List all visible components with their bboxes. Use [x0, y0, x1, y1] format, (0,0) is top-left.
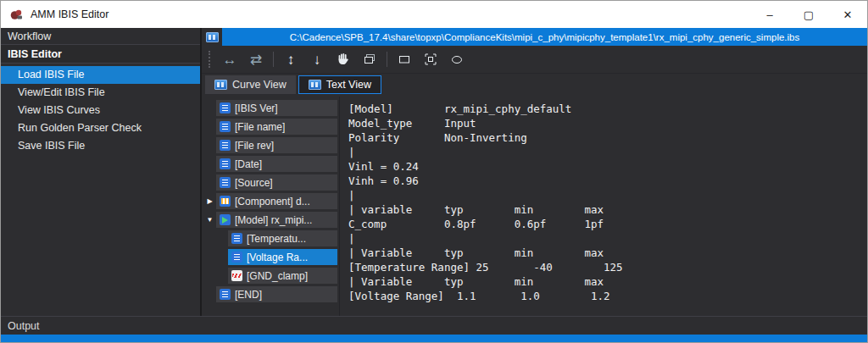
zoom-fit-icon[interactable] — [421, 50, 440, 69]
text-line: Vinh = 0.96 — [348, 174, 867, 188]
tree-item-chip[interactable]: [Voltage Ra... — [228, 249, 337, 265]
view-content: [IBIS Ver] [File name] — [202, 97, 867, 316]
tree-item-chip[interactable]: [File rev] — [216, 137, 337, 153]
sidebar-item-view-ibis-curves[interactable]: View IBIS Curves — [1, 102, 200, 119]
text-line: [Temperature Range] 25 -40 125 — [348, 260, 867, 274]
tree-item-label: [GND_clamp] — [247, 270, 308, 282]
tree-item-chip[interactable]: [File name] — [216, 119, 337, 135]
main-area: Workflow IBIS Editor Load IBIS FileView/… — [1, 28, 867, 316]
pan-vertical-icon[interactable]: ↕ — [281, 50, 300, 69]
toolbar-separator — [273, 52, 274, 67]
tree-item-model[interactable]: ▼ [Model] rx_mipi... — [203, 211, 337, 229]
text-line: | variable typ min max — [348, 202, 867, 217]
output-label: Output — [8, 320, 40, 332]
sidebar-items: Load IBIS FileView/Edit IBIS FileView IB… — [1, 64, 200, 155]
tree-item-voltage-range[interactable]: [Voltage Ra... — [203, 248, 337, 266]
text-line: | Variable typ min max — [348, 274, 867, 289]
cascade-windows-icon[interactable] — [360, 50, 379, 69]
tree-item-icon — [220, 158, 231, 169]
tree-item-icon — [220, 177, 231, 188]
ellipse-select-icon[interactable] — [448, 50, 466, 69]
move-down-icon[interactable]: ↓ — [308, 50, 326, 69]
text-line: Polarity Non-Inverting — [348, 130, 867, 145]
tree-item-chip[interactable]: [Component] d... — [216, 193, 337, 209]
text-line: C_comp 0.8pf 0.6pf 1pf — [348, 217, 867, 231]
file-path-icon-holder — [202, 28, 222, 46]
app-icon — [9, 8, 24, 22]
tree-item-label: [IBIS Ver] — [235, 102, 278, 114]
tree-item-label: [END] — [235, 289, 262, 301]
file-path-bar: C:\Cadence\SPB_17.4\share\topxp\Complian… — [222, 28, 867, 46]
tree-item-label: [Date] — [235, 158, 262, 170]
tree-item-ibis-ver[interactable]: [IBIS Ver] — [203, 99, 337, 117]
text-line: [Model] rx_mipi_cphy_default — [348, 102, 867, 116]
tree-item-icon — [220, 196, 231, 207]
sidebar-item-save-ibis-file[interactable]: Save IBIS File — [1, 137, 200, 155]
ibis-editor-section-header[interactable]: IBIS Editor — [1, 45, 200, 64]
zoom-rectangle-icon[interactable] — [395, 50, 414, 69]
tree-item-file-rev[interactable]: [File rev] — [203, 136, 337, 154]
bottom-status-strip — [1, 335, 867, 342]
text-line: | — [348, 188, 867, 202]
tree-item-date[interactable]: [Date] — [203, 155, 337, 173]
tree-item-component[interactable]: ▶ [Component] d... — [203, 192, 337, 210]
text-line: [Voltage Range] 1.1 1.0 1.2 — [348, 289, 867, 303]
text-line: Model_type Input — [348, 116, 867, 130]
text-view-icon — [309, 80, 321, 90]
hand-pan-icon[interactable] — [334, 50, 353, 69]
tree-item-source[interactable]: [Source] — [203, 174, 337, 191]
tree-expand-arrow[interactable]: ▼ — [203, 216, 216, 224]
text-line: | Variable typ min max — [348, 246, 867, 260]
tree-item-icon — [231, 252, 242, 263]
tree-item-icon — [220, 214, 231, 225]
sidebar-item-run-golden-parser-check[interactable]: Run Golden Parser Check — [1, 119, 200, 137]
toolbar: ↔ ⇄ ↕ ↓ — [202, 46, 867, 74]
editor-panel: C:\Cadence\SPB_17.4\share\topxp\Complian… — [202, 28, 867, 316]
tree-item-label: [Temperatu... — [247, 233, 306, 245]
tree-item-icon — [231, 270, 242, 281]
tab-curve-view[interactable]: Curve View — [205, 75, 296, 94]
tree-item-label: [File rev] — [235, 140, 274, 152]
text-line: | — [348, 145, 867, 159]
file-path-row: C:\Cadence\SPB_17.4\share\topxp\Complian… — [202, 28, 867, 46]
window-controls: – ▢ ✕ — [750, 1, 867, 28]
tab-bar: Curve View Text View — [202, 74, 867, 97]
tree-item-chip[interactable]: [Source] — [216, 174, 337, 191]
tree-item-icon — [220, 140, 231, 151]
text-line: Vinl = 0.24 — [348, 159, 867, 174]
tree-item-icon — [220, 102, 231, 113]
maximize-button[interactable]: ▢ — [789, 1, 828, 28]
tree-item-chip[interactable]: [Temperatu... — [228, 230, 337, 246]
minimize-button[interactable]: – — [750, 1, 789, 28]
toolbar-separator — [387, 52, 387, 67]
tree-item-file-name[interactable]: [File name] — [203, 118, 337, 136]
toolbar-grip[interactable] — [209, 51, 211, 68]
sidebar-item-view-edit-ibis-file[interactable]: View/Edit IBIS File — [1, 84, 200, 102]
tree-item-label: [Model] rx_mipi... — [235, 214, 312, 226]
tree-item-icon — [220, 289, 231, 300]
document-window-icon — [206, 32, 219, 42]
tree-item-chip[interactable]: [IBIS Ver] — [216, 100, 337, 116]
window-title: AMM IBIS Editor — [31, 8, 108, 20]
tree-item-gnd-clamp[interactable]: [GND_clamp] — [203, 267, 337, 285]
pan-left-right-icon[interactable]: ↔ — [220, 50, 239, 69]
text-view-pane[interactable]: [Model] rx_mipi_cphy_defaultModel_type I… — [340, 97, 867, 316]
swap-horizontal-icon[interactable]: ⇄ — [247, 50, 265, 69]
output-panel-header[interactable]: Output — [1, 316, 867, 335]
tree-item-icon — [231, 233, 242, 244]
tree-item-chip[interactable]: [Date] — [216, 156, 337, 172]
app-window: AMM IBIS Editor – ▢ ✕ Workflow IBIS Edit… — [0, 0, 868, 343]
workflow-header[interactable]: Workflow — [1, 28, 200, 45]
tree-item-chip[interactable]: [GND_clamp] — [228, 268, 337, 284]
tree-item-chip[interactable]: [END] — [216, 286, 337, 302]
tab-text-view[interactable]: Text View — [298, 75, 381, 94]
sidebar: Workflow IBIS Editor Load IBIS FileView/… — [1, 28, 202, 316]
curve-view-icon — [214, 80, 227, 90]
tree-item-temperature-range[interactable]: [Temperatu... — [203, 230, 337, 247]
close-button[interactable]: ✕ — [828, 1, 867, 28]
tree-item-chip[interactable]: [Model] rx_mipi... — [216, 212, 337, 228]
tree-item-end[interactable]: [END] — [203, 285, 337, 303]
sidebar-item-load-ibis-file[interactable]: Load IBIS File — [1, 66, 200, 84]
tab-label: Text View — [326, 79, 371, 91]
tree-expand-arrow[interactable]: ▶ — [203, 197, 216, 205]
